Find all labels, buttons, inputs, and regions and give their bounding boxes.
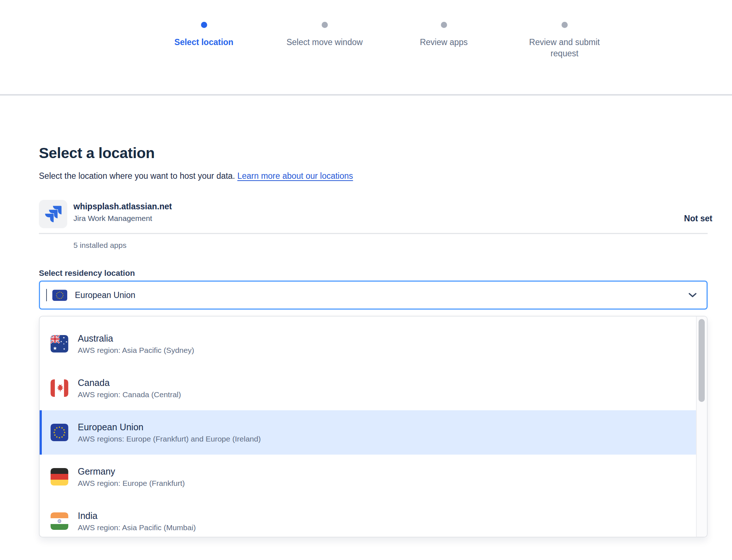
option-region: AWS regions: Europe (Frankfurt) and Euro… — [78, 435, 261, 443]
installed-apps-count: 5 installed apps — [73, 241, 712, 250]
option-region: AWS region: Asia Pacific (Sydney) — [78, 346, 194, 355]
de-flag-icon — [51, 468, 68, 486]
option-text: CanadaAWS region: Canada (Central) — [78, 378, 181, 399]
site-info: whipsplash.atlassian.net Jira Work Manag… — [73, 200, 172, 223]
page-description: Select the location where you want to ho… — [39, 171, 712, 181]
step-dot-icon — [562, 22, 568, 28]
site-card: whipsplash.atlassian.net Jira Work Manag… — [39, 200, 712, 250]
option-name: Germany — [78, 466, 185, 477]
location-dropdown: AustraliaAWS region: Asia Pacific (Sydne… — [39, 316, 708, 537]
eu-flag-icon — [51, 424, 68, 441]
step-review-apps[interactable]: Review apps — [382, 22, 506, 48]
progress-stepper: Select locationSelect move windowReview … — [0, 0, 732, 94]
step-dot-icon — [322, 22, 328, 28]
step-label: Review apps — [382, 37, 506, 48]
in-flag-icon — [51, 512, 68, 530]
location-option-european-union[interactable]: European UnionAWS regions: Europe (Frank… — [40, 410, 696, 455]
step-label: Select location — [142, 37, 266, 48]
location-options-list: AustraliaAWS region: Asia Pacific (Sydne… — [40, 317, 696, 537]
site-card-divider — [39, 233, 708, 234]
location-option-canada[interactable]: CanadaAWS region: Canada (Central) — [40, 366, 696, 410]
site-product: Jira Work Management — [73, 214, 172, 223]
site-status-value: Not set — [684, 214, 712, 223]
option-text: European UnionAWS regions: Europe (Frank… — [78, 422, 261, 443]
eu-flag-icon — [52, 290, 67, 301]
location-option-germany[interactable]: GermanyAWS region: Europe (Frankfurt) — [40, 455, 696, 499]
dropdown-scrollbar-thumb[interactable] — [699, 319, 705, 402]
option-name: India — [78, 511, 196, 521]
step-dot-icon — [201, 22, 207, 28]
option-region: AWS region: Europe (Frankfurt) — [78, 479, 185, 488]
dropdown-scrollbar-track[interactable] — [696, 317, 707, 537]
step-review-and-submit-request[interactable]: Review and submit request — [517, 22, 612, 59]
option-region: AWS region: Canada (Central) — [78, 390, 181, 399]
step-select-move-window[interactable]: Select move window — [263, 22, 386, 48]
header-divider — [0, 94, 732, 96]
text-cursor — [46, 289, 47, 301]
au-flag-icon — [51, 335, 68, 352]
step-select-location[interactable]: Select location — [142, 22, 266, 48]
page-title: Select a location — [39, 145, 712, 162]
learn-more-link[interactable]: Learn more about our locations — [237, 171, 353, 181]
selected-location-value: European Union — [75, 290, 135, 300]
option-region: AWS region: Asia Pacific (Mumbai) — [78, 523, 196, 532]
ca-flag-icon — [51, 379, 68, 397]
option-name: European Union — [78, 422, 261, 432]
residency-select-label: Select residency location — [39, 269, 712, 278]
option-name: Australia — [78, 333, 194, 344]
residency-select[interactable]: European Union — [39, 281, 708, 310]
chevron-down-icon — [688, 293, 697, 298]
main-content: Select a location Select the location wh… — [39, 145, 712, 537]
option-text: IndiaAWS region: Asia Pacific (Mumbai) — [78, 511, 196, 532]
location-option-india[interactable]: IndiaAWS region: Asia Pacific (Mumbai) — [40, 499, 696, 537]
option-text: GermanyAWS region: Europe (Frankfurt) — [78, 466, 185, 488]
step-label: Select move window — [263, 37, 386, 48]
site-row: whipsplash.atlassian.net Jira Work Manag… — [39, 200, 712, 228]
step-dot-icon — [441, 22, 447, 28]
step-label: Review and submit request — [517, 37, 612, 59]
location-option-australia[interactable]: AustraliaAWS region: Asia Pacific (Sydne… — [40, 322, 696, 366]
option-name: Canada — [78, 378, 181, 388]
description-text: Select the location where you want to ho… — [39, 171, 235, 181]
site-name: whipsplash.atlassian.net — [73, 202, 172, 211]
option-text: AustraliaAWS region: Asia Pacific (Sydne… — [78, 333, 194, 355]
jira-logo-icon — [39, 200, 67, 228]
